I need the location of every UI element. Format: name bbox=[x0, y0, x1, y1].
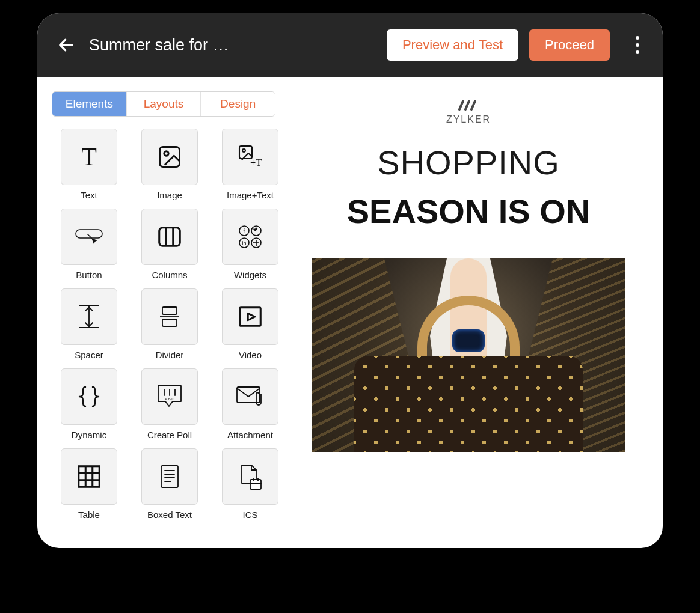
widgets-icon: f in bbox=[236, 222, 265, 251]
editor-window: Summer sale for … Preview and Test Proce… bbox=[37, 13, 663, 548]
image-icon bbox=[156, 144, 183, 170]
attachment-icon bbox=[235, 383, 266, 410]
divider-icon bbox=[156, 302, 183, 331]
dot-icon bbox=[636, 50, 639, 54]
elements-grid: T Text Image +T bbox=[37, 129, 290, 520]
element-image-text: +T Image+Text bbox=[220, 129, 280, 200]
element-label: Attachment bbox=[227, 430, 273, 440]
element-attachment-tile[interactable] bbox=[222, 368, 278, 425]
element-table-tile[interactable] bbox=[61, 448, 117, 505]
columns-icon bbox=[156, 223, 183, 251]
element-divider-tile[interactable] bbox=[141, 288, 198, 345]
back-button[interactable] bbox=[54, 33, 78, 57]
element-ics-tile[interactable] bbox=[222, 448, 278, 505]
sidebar: Elements Layouts Design T Text Image bbox=[37, 77, 290, 548]
element-create-poll-tile[interactable]: A B C bbox=[141, 368, 198, 425]
element-ics: ICS bbox=[220, 448, 280, 520]
svg-rect-32 bbox=[79, 466, 100, 487]
svg-point-13 bbox=[251, 226, 261, 236]
svg-rect-42 bbox=[250, 480, 261, 489]
element-label: Image+Text bbox=[227, 190, 274, 200]
element-button: Button bbox=[59, 209, 119, 280]
spacer-icon bbox=[76, 302, 102, 331]
element-widgets: f in Widgets bbox=[220, 209, 280, 280]
element-label: Columns bbox=[152, 270, 187, 280]
ics-icon bbox=[236, 462, 265, 492]
element-boxed-text: Boxed Text bbox=[140, 448, 200, 520]
brand-name: ZYLKER bbox=[446, 114, 491, 125]
element-dynamic-tile[interactable] bbox=[61, 368, 117, 425]
element-video: Video bbox=[220, 288, 280, 360]
campaign-title: Summer sale for … bbox=[89, 36, 229, 55]
image-text-icon: +T bbox=[236, 142, 265, 171]
svg-rect-8 bbox=[159, 228, 180, 246]
text-icon: T bbox=[81, 142, 97, 171]
element-label: ICS bbox=[242, 510, 257, 520]
headline-line2: SEASON IS ON bbox=[347, 192, 591, 231]
svg-point-4 bbox=[242, 149, 245, 152]
element-label: Divider bbox=[156, 350, 184, 360]
element-dynamic: Dynamic bbox=[59, 368, 119, 440]
svg-rect-1 bbox=[160, 147, 180, 167]
element-label: Dynamic bbox=[72, 430, 106, 440]
element-video-tile[interactable] bbox=[222, 288, 278, 345]
element-label: Widgets bbox=[234, 270, 266, 280]
tab-elements[interactable]: Elements bbox=[52, 92, 126, 116]
element-columns-tile[interactable] bbox=[141, 209, 198, 265]
svg-rect-37 bbox=[161, 466, 178, 487]
dot-icon bbox=[636, 43, 639, 47]
boxed-text-icon bbox=[156, 462, 183, 491]
svg-text:A B C: A B C bbox=[165, 397, 174, 401]
svg-rect-6 bbox=[76, 230, 102, 238]
dynamic-icon bbox=[75, 382, 103, 411]
element-button-tile[interactable] bbox=[61, 209, 117, 265]
svg-rect-22 bbox=[162, 307, 177, 314]
element-label: Button bbox=[76, 270, 102, 280]
element-divider: Divider bbox=[140, 288, 200, 360]
email-canvas[interactable]: ZYLKER SHOPPING SEASON IS ON bbox=[290, 77, 663, 548]
more-menu-button[interactable] bbox=[625, 33, 649, 57]
element-widgets-tile[interactable]: f in bbox=[222, 209, 278, 265]
element-label: Image bbox=[157, 190, 182, 200]
tab-design[interactable]: Design bbox=[200, 92, 275, 116]
element-spacer: Spacer bbox=[59, 288, 119, 360]
headline: SHOPPING SEASON IS ON bbox=[347, 143, 591, 231]
slash-icon bbox=[458, 100, 479, 111]
title-bar: Summer sale for … Preview and Test Proce… bbox=[37, 13, 663, 77]
preview-and-test-button[interactable]: Preview and Test bbox=[387, 29, 518, 61]
element-label: Video bbox=[239, 350, 262, 360]
element-attachment: Attachment bbox=[220, 368, 280, 440]
editor-body: Elements Layouts Design T Text Image bbox=[37, 77, 663, 548]
element-label: Boxed Text bbox=[147, 510, 192, 520]
dot-icon bbox=[636, 36, 639, 40]
element-spacer-tile[interactable] bbox=[61, 288, 117, 345]
button-icon bbox=[73, 225, 105, 249]
element-label: Create Poll bbox=[147, 430, 192, 440]
element-create-poll: A B C Create Poll bbox=[140, 368, 200, 440]
brand-logo: ZYLKER bbox=[446, 100, 491, 125]
svg-line-7 bbox=[88, 234, 91, 238]
element-text: T Text bbox=[59, 129, 119, 200]
svg-text:in: in bbox=[242, 240, 246, 246]
table-icon bbox=[75, 463, 103, 490]
create-poll-icon: A B C bbox=[155, 382, 185, 411]
element-boxed-text-tile[interactable] bbox=[141, 448, 198, 505]
svg-rect-24 bbox=[162, 319, 177, 326]
element-label: Table bbox=[78, 510, 100, 520]
element-label: Text bbox=[81, 190, 97, 200]
element-columns: Columns bbox=[140, 209, 200, 280]
headline-line1: SHOPPING bbox=[347, 143, 591, 182]
element-text-tile[interactable]: T bbox=[61, 129, 117, 185]
svg-marker-26 bbox=[248, 313, 255, 320]
svg-point-2 bbox=[164, 151, 168, 156]
svg-text:f: f bbox=[243, 228, 245, 234]
svg-text:+T: +T bbox=[250, 157, 262, 168]
svg-rect-25 bbox=[240, 308, 261, 326]
proceed-button[interactable]: Proceed bbox=[529, 29, 610, 61]
element-image-text-tile[interactable]: +T bbox=[222, 129, 278, 185]
element-image-tile[interactable] bbox=[141, 129, 198, 185]
element-image: Image bbox=[140, 129, 200, 200]
tab-layouts[interactable]: Layouts bbox=[126, 92, 201, 116]
arrow-left-icon bbox=[57, 36, 75, 54]
video-icon bbox=[236, 303, 264, 331]
